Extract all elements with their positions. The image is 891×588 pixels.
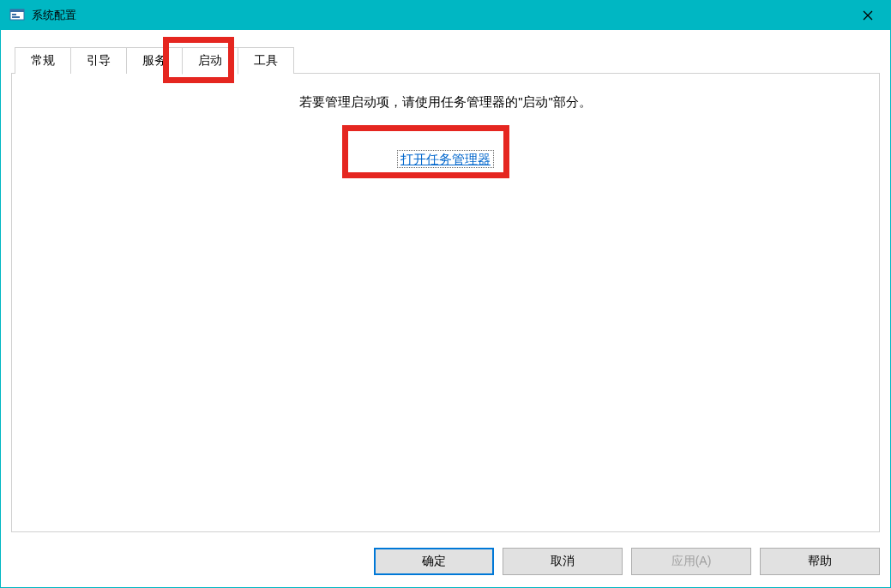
svg-rect-1 (10, 9, 24, 12)
app-icon (9, 8, 25, 23)
ok-button[interactable]: 确定 (374, 548, 494, 575)
cancel-button[interactable]: 取消 (503, 548, 623, 575)
titlebar: 系统配置 (1, 1, 890, 30)
dialog-button-row: 确定 取消 应用(A) 帮助 (1, 543, 890, 587)
content-area: 常规 引导 服务 启动 工具 若要管理启动项，请使用任务管理器的"启动"部分。 … (1, 30, 890, 543)
link-container: 打开任务管理器 (29, 152, 862, 168)
tab-services[interactable]: 服务 (126, 47, 183, 74)
system-config-window: 系统配置 常规 引导 服务 启动 工具 若要管理启动项，请使用任务管理器的"启动… (0, 0, 891, 588)
tab-tools[interactable]: 工具 (238, 47, 294, 74)
help-button[interactable]: 帮助 (760, 548, 880, 575)
apply-button[interactable]: 应用(A) (631, 548, 751, 575)
tab-boot[interactable]: 引导 (70, 47, 127, 74)
tab-general[interactable]: 常规 (15, 47, 71, 74)
close-button[interactable] (846, 1, 890, 30)
open-task-manager-link[interactable]: 打开任务管理器 (397, 150, 494, 168)
tab-panel-startup: 若要管理启动项，请使用任务管理器的"启动"部分。 打开任务管理器 (11, 73, 880, 532)
tabs-row: 常规 引导 服务 启动 工具 (15, 47, 880, 74)
tab-startup[interactable]: 启动 (182, 47, 238, 75)
svg-rect-2 (12, 14, 16, 15)
svg-rect-3 (12, 16, 20, 18)
instruction-text: 若要管理启动项，请使用任务管理器的"启动"部分。 (29, 94, 862, 111)
window-title: 系统配置 (32, 8, 76, 23)
